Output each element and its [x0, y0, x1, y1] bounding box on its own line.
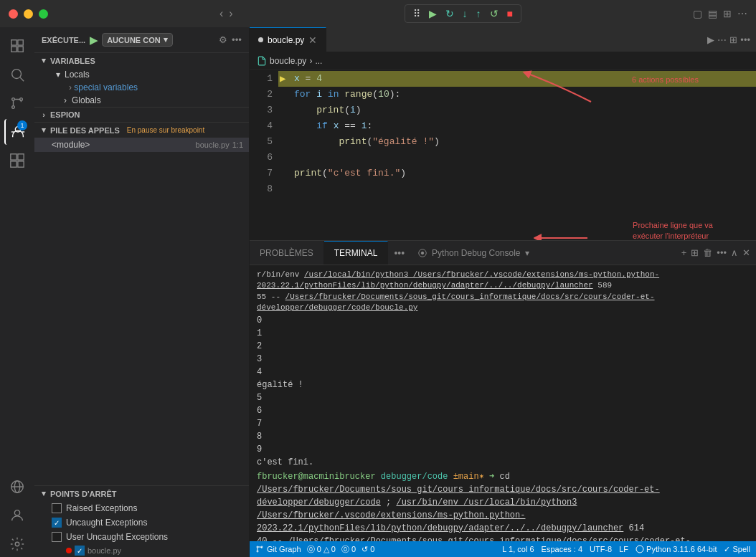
layout-more-button[interactable]: ⋯ [737, 8, 747, 19]
settings-button[interactable]: ⚙ [219, 34, 227, 45]
layout-panel-button[interactable]: ▤ [708, 8, 717, 19]
status-spell[interactable]: ✓ Spell [724, 545, 750, 554]
line-num-3: 3 [250, 103, 273, 118]
breadcrumb-file[interactable]: boucle.py [270, 56, 306, 66]
locals-item[interactable]: ▾ Locals [40, 68, 249, 81]
debug-stop-button[interactable]: ■ [504, 6, 516, 21]
activity-extensions[interactable] [4, 148, 30, 173]
code-line-4[interactable]: if x == i: [278, 118, 756, 134]
activity-source-control[interactable] [4, 90, 30, 116]
layout-sidebar-button[interactable]: ▢ [693, 8, 702, 19]
close-dot[interactable] [9, 9, 18, 19]
debug-continue-button[interactable]: ▶ [425, 6, 440, 21]
bp-uncaught-item[interactable]: ✓ Uncaught Exceptions [34, 515, 249, 530]
activity-search[interactable] [4, 62, 30, 87]
more-button[interactable]: ••• [232, 34, 242, 45]
prompt-user: fbrucker@macminibrucker [257, 472, 376, 482]
debug-restart-button[interactable]: ↺ [486, 6, 502, 21]
config-dropdown[interactable]: Aucune con ▾ [102, 33, 173, 47]
code-line-7[interactable]: print("c'est fini.") [278, 166, 756, 181]
tab-terminal[interactable]: TERMINAL [324, 241, 389, 265]
code-line-2[interactable]: for i in range(10): [278, 87, 756, 103]
language-icon [635, 545, 644, 553]
activity-debug[interactable]: 1 [4, 119, 30, 145]
status-spaces[interactable]: Espaces : 4 [542, 545, 582, 553]
tab-problemes[interactable]: PROBLÈMES [250, 241, 324, 265]
terminal[interactable]: r/bin/env /usr/local/bin/python3 /Users/… [250, 265, 756, 541]
code-line-8[interactable] [278, 181, 756, 197]
delete-terminal-button[interactable]: 🗑 [703, 247, 712, 258]
svg-rect-1 [18, 40, 23, 45]
variables-chevron: ▾ [40, 56, 47, 65]
bp-user-uncaught-checkbox[interactable] [52, 532, 62, 542]
breadcrumb-more[interactable]: ... [315, 56, 322, 66]
debug-console-chevron[interactable]: ▾ [525, 248, 529, 258]
debug-toolbar-container: ⠿ ▶ ↻ ↓ ↑ ↺ ■ [405, 4, 521, 23]
editor-area: boucle.py ✕ ▶ ⋯ ⊞ ••• boucle.py › ... 1 … [250, 27, 756, 557]
bp-user-uncaught-item[interactable]: User Uncaught Exceptions [34, 530, 249, 544]
bp-raised-item[interactable]: Raised Exceptions [34, 501, 249, 515]
tab-boucle[interactable]: boucle.py ✕ [250, 27, 326, 52]
line-num-5: 5 [250, 134, 273, 150]
bp-file-checkbox[interactable]: ✓ [75, 546, 85, 556]
panel-tab-more[interactable]: ••• [388, 247, 410, 259]
new-terminal-button[interactable]: + [681, 247, 687, 258]
globals-item[interactable]: › Globals [40, 94, 249, 107]
collapse-panel-button[interactable]: ∧ [731, 247, 738, 258]
bp-uncaught-checkbox[interactable]: ✓ [52, 518, 62, 528]
code-editor[interactable]: 1 2 3 4 5 6 7 8 ▶ x = 4 [250, 70, 756, 240]
tab-more-button[interactable]: ••• [740, 34, 750, 45]
status-sync[interactable]: ↺ 0 [362, 545, 374, 554]
bp-raised-checkbox[interactable] [52, 503, 62, 513]
status-errors[interactable]: ⓪ 0 △ 0 [307, 544, 336, 555]
status-language[interactable]: Python 3.11.6 64-bit [635, 545, 717, 553]
split-terminal-button[interactable]: ⊞ [691, 247, 699, 258]
breakpoints-header[interactable]: ▾ POINTS D'ARRÊT [34, 486, 249, 501]
debug-stepout-button[interactable]: ↑ [473, 6, 485, 21]
maximize-dot[interactable] [39, 9, 48, 19]
encoding-label: UTF-8 [590, 545, 612, 553]
activity-remote[interactable] [4, 474, 30, 500]
debug-console-tab[interactable]: Python Debug Console ▾ [410, 248, 536, 258]
layout-split-button[interactable]: ⊞ [723, 8, 732, 19]
debug-stepover-button[interactable]: ↻ [442, 6, 458, 21]
code-line-1[interactable]: ▶ x = 4 [278, 71, 756, 87]
run-title: EXÉCUTE... ▶ Aucune con ▾ [42, 33, 173, 47]
tab-split-button[interactable]: ⋯ [717, 34, 727, 45]
espion-header[interactable]: › ESPION [34, 108, 249, 122]
activity-explorer[interactable] [4, 33, 30, 59]
call-stack-item[interactable]: <module> boucle.py 1:1 [34, 138, 249, 152]
status-right: L 1, col 6 Espaces : 4 UTF-8 LF Python 3… [502, 545, 750, 554]
variables-header[interactable]: ▾ VARIABLES [34, 53, 249, 68]
bp-file-item[interactable]: ✓ boucle.py [34, 544, 249, 557]
tab-layout-button[interactable]: ⊞ [729, 34, 737, 45]
code-line-5[interactable]: print("égalité !") [278, 134, 756, 150]
breadcrumb-sep: › [309, 56, 312, 66]
debug-grid-button[interactable]: ⠿ [410, 6, 424, 21]
run-play-icon[interactable]: ▶ [90, 34, 98, 46]
variables-label: VARIABLES [50, 57, 95, 65]
special-vars-item[interactable]: › special variables [40, 81, 249, 94]
code-line-6[interactable] [278, 150, 756, 166]
activity-account[interactable] [4, 503, 30, 528]
close-panel-button[interactable]: ✕ [742, 247, 750, 258]
activity-settings[interactable] [4, 531, 30, 557]
code-line-3[interactable]: print(i) [278, 103, 756, 118]
tab-bar-right: ▶ ⋯ ⊞ ••• [707, 27, 756, 52]
tab-run-button[interactable]: ▶ [707, 34, 714, 45]
minimize-dot[interactable] [24, 9, 33, 19]
status-position[interactable]: L 1, col 6 [502, 545, 534, 553]
prompt-branch: ±main✶ [453, 472, 484, 482]
back-button[interactable]: ‹ [219, 7, 223, 20]
status-git-graph[interactable]: Git Graph [255, 545, 301, 553]
status-info[interactable]: ⓪ 0 [341, 544, 356, 555]
code-area[interactable]: ▶ x = 4 for i in range(10): print(i) if … [278, 70, 756, 240]
status-encoding[interactable]: UTF-8 [590, 545, 612, 553]
line-ending-label: LF [619, 545, 628, 553]
more-terminal-button[interactable]: ••• [717, 247, 727, 258]
forward-button[interactable]: › [229, 7, 232, 20]
tab-close-button[interactable]: ✕ [308, 34, 317, 46]
status-line-ending[interactable]: LF [619, 545, 628, 553]
debug-stepinto-button[interactable]: ↓ [459, 6, 471, 21]
panel-right: + ⊞ 🗑 ••• ∧ ✕ [681, 247, 756, 258]
